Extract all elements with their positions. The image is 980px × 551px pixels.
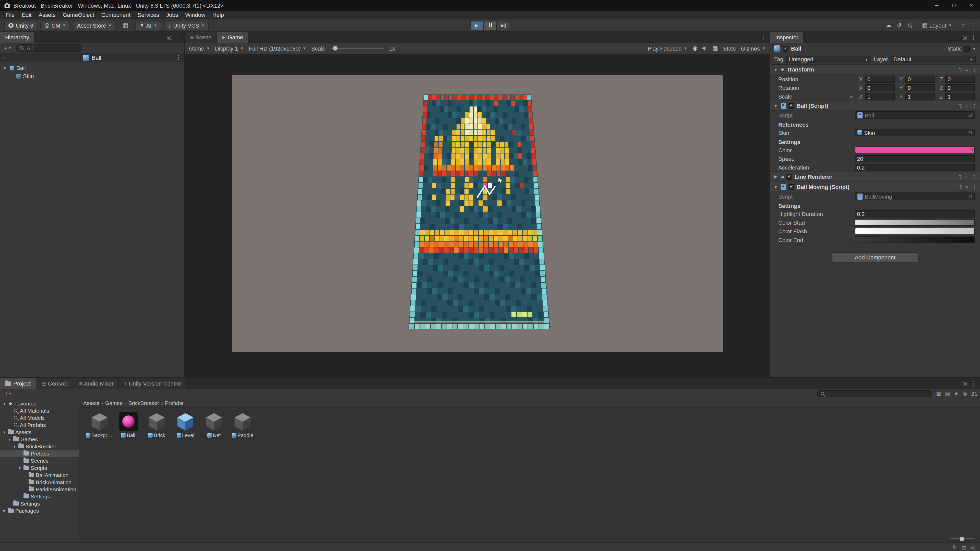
search-icon[interactable]: [907, 23, 912, 28]
foldout-arrow[interactable]: ▼: [773, 104, 778, 107]
help-icon[interactable]: ?: [959, 103, 962, 108]
play-button[interactable]: ▶: [470, 21, 484, 30]
tag-dropdown[interactable]: Untagged▼: [786, 56, 872, 63]
menu-file[interactable]: File: [2, 12, 18, 18]
rotation-x-input[interactable]: [865, 84, 895, 91]
component-enabled-checkbox[interactable]: [789, 184, 794, 190]
project-row-brickanimation[interactable]: BrickAnimation: [0, 478, 79, 486]
help-icon[interactable]: ?: [962, 22, 965, 28]
search-by-label-icon[interactable]: ▤: [945, 391, 950, 396]
static-dropdown-icon[interactable]: ▼: [972, 47, 976, 50]
asset-ball[interactable]: Ball: [114, 411, 143, 438]
project-row-favorites[interactable]: ▼★Favorites: [0, 400, 79, 407]
skin-object-field[interactable]: Skin⊙: [855, 129, 975, 136]
project-row-scripts[interactable]: ▼Scripts: [0, 464, 79, 471]
close-button[interactable]: ×: [963, 0, 980, 11]
hierarchy-row-ball[interactable]: ▼Ball: [0, 64, 185, 72]
display-dropdown[interactable]: Display 1▼: [215, 45, 243, 51]
color-start-field[interactable]: [855, 219, 975, 226]
cloud-project-dropdown[interactable]: ◎ CM ▼: [41, 21, 70, 30]
foldout-arrow[interactable]: ▶: [2, 509, 6, 513]
project-row-settings[interactable]: Settings: [0, 500, 79, 507]
foldout-arrow[interactable]: ▼: [773, 68, 778, 71]
step-button[interactable]: ▶: [496, 21, 510, 30]
hierarchy-search[interactable]: [16, 44, 83, 51]
object-picker-icon[interactable]: ⊙: [968, 194, 972, 199]
tab-unity-version-control[interactable]: ↕Unity Version Control: [119, 378, 187, 389]
game-render-surface[interactable]: [232, 75, 722, 352]
position-y-input[interactable]: [905, 75, 935, 83]
tab-inspector[interactable]: Inspector: [770, 32, 804, 43]
menu-help[interactable]: Help: [209, 12, 228, 18]
pane-lock-icon[interactable]: ◎: [167, 34, 172, 41]
grid-tool-button[interactable]: ▦: [119, 21, 132, 30]
active-checkbox[interactable]: [783, 46, 789, 51]
component-enabled-checkbox[interactable]: [786, 174, 792, 180]
layer-dropdown[interactable]: Default▼: [890, 56, 976, 63]
speed-input[interactable]: [855, 155, 975, 162]
progress-spinner-icon[interactable]: ↻: [953, 544, 957, 550]
notifications-icon[interactable]: ◎: [971, 544, 975, 550]
unity-vcs-dropdown[interactable]: ↕ Unity VCS ▼: [164, 21, 208, 30]
presets-icon[interactable]: ≡: [965, 184, 968, 190]
presets-icon[interactable]: ≡: [965, 67, 968, 72]
asset-net[interactable]: Net: [200, 411, 228, 438]
search-by-type-icon[interactable]: ▧: [936, 391, 941, 396]
save-search-star-icon[interactable]: ★: [954, 391, 959, 396]
asset-level[interactable]: Level: [171, 411, 200, 438]
object-picker-icon[interactable]: ⊙: [968, 112, 972, 118]
thumbnail-zoom-slider[interactable]: [950, 538, 974, 539]
slider-thumb[interactable]: [333, 46, 338, 51]
breadcrumb-item-assets[interactable]: Assets: [83, 400, 99, 406]
foldout-arrow[interactable]: ▼: [773, 185, 778, 189]
breadcrumb-item-brickbreaker[interactable]: BrickBreaker: [129, 400, 159, 406]
component-enabled-checkbox[interactable]: [789, 103, 794, 108]
prefab-options-icon[interactable]: ⋮: [176, 54, 181, 61]
ai-dropdown[interactable]: ✦ AI ▼: [135, 21, 161, 30]
asset-paddle[interactable]: Paddle: [228, 411, 257, 438]
static-checkbox[interactable]: [964, 46, 970, 51]
layout-dropdown[interactable]: ▦ Layout ▼: [918, 21, 956, 30]
project-row-all-prefabs[interactable]: All Prefabs: [0, 421, 79, 428]
color-flash-field[interactable]: [855, 228, 975, 234]
console-status-icon[interactable]: ▤: [962, 544, 966, 550]
tab-project[interactable]: Project: [0, 378, 37, 389]
position-x-input[interactable]: [865, 75, 895, 83]
tab-game[interactable]: ▶ Game: [217, 32, 249, 43]
script-object-field[interactable]: Ball⊙: [855, 111, 975, 119]
rotation-y-input[interactable]: [905, 84, 935, 91]
mute-audio-icon[interactable]: [702, 46, 708, 51]
back-button[interactable]: ‹: [3, 54, 5, 61]
menu-edit[interactable]: Edit: [18, 12, 35, 18]
hierarchy-row-skin[interactable]: Skin: [0, 72, 185, 80]
project-row-assets[interactable]: ▼Assets: [0, 428, 79, 436]
foldout-arrow[interactable]: ▶: [773, 175, 778, 179]
project-row-games[interactable]: ▼Games: [0, 436, 79, 443]
pane-options-icon[interactable]: ⋮: [760, 34, 766, 41]
ball-moving-header[interactable]: ▼ Ball Moving (Script) ?≡⋮: [770, 182, 980, 192]
scale-y-input[interactable]: [905, 93, 935, 100]
resolution-dropdown[interactable]: Full HD (1920x1080)▼: [249, 45, 306, 51]
project-row-prefabs[interactable]: Prefabs: [0, 450, 79, 457]
foldout-arrow[interactable]: ▼: [18, 466, 22, 470]
project-row-all-models[interactable]: All Models: [0, 414, 79, 421]
unity-hub-button[interactable]: Unity 6: [4, 21, 38, 30]
menu-jobs[interactable]: Jobs: [163, 12, 182, 18]
transform-header[interactable]: ▼ ⌖ Transform ?≡⋮: [770, 64, 980, 75]
object-picker-icon[interactable]: ⊙: [968, 130, 972, 135]
maximize-button[interactable]: □: [945, 0, 963, 11]
foldout-arrow[interactable]: ▼: [2, 66, 8, 70]
tab-console[interactable]: ▤Console: [37, 378, 74, 389]
acceleration-input[interactable]: [855, 164, 975, 171]
help-icon[interactable]: ?: [959, 184, 962, 190]
foldout-arrow[interactable]: ▼: [7, 437, 12, 441]
gizmos-dropdown[interactable]: Gizmos▼: [741, 45, 765, 51]
pane-options-icon[interactable]: ⋮: [971, 380, 977, 387]
project-row-ballanimation[interactable]: BallAnimation: [0, 471, 79, 478]
project-row-scenes[interactable]: Scenes: [0, 457, 79, 464]
pause-button[interactable]: [484, 21, 496, 30]
tab-scene[interactable]: ◈ Scene: [185, 32, 217, 43]
kebab-icon[interactable]: ⋮: [972, 184, 977, 190]
play-focused-dropdown[interactable]: Play Focused▼: [648, 45, 687, 51]
breadcrumb-item-prefabs[interactable]: Prefabs: [165, 400, 183, 406]
